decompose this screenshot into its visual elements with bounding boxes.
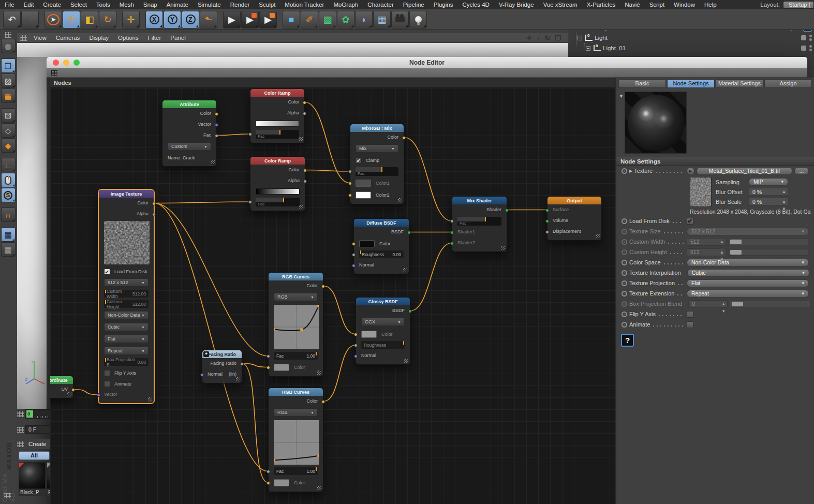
stepper-icon[interactable]: ▲▼ bbox=[720, 249, 724, 263]
menu-main-render[interactable]: Render bbox=[226, 0, 255, 9]
node-facingratio[interactable]: +Facing RatioFacing Ratio (lin)Normal bbox=[202, 350, 242, 383]
visibility-dot-editor[interactable] bbox=[809, 45, 812, 48]
pan-view-icon[interactable]: ✛ bbox=[526, 34, 532, 42]
last-tool-icon[interactable]: ✛ bbox=[122, 11, 140, 28]
port-out-bsdf[interactable] bbox=[408, 309, 412, 313]
blur-offset-field[interactable]: 0 %▲▼ bbox=[749, 188, 788, 196]
expand-icon[interactable] bbox=[578, 36, 582, 40]
menu-main-navi-[interactable]: Navié bbox=[620, 0, 644, 9]
mograph-icon[interactable]: ✿ bbox=[337, 11, 354, 28]
node-mixshader[interactable]: Mix ShaderShaderFacShader1Shader2 bbox=[452, 196, 507, 252]
visibility-dot-render[interactable] bbox=[809, 38, 812, 41]
drag-handle-icon[interactable] bbox=[17, 411, 24, 417]
checkbox-animate[interactable] bbox=[104, 381, 110, 387]
port-in-surface[interactable] bbox=[545, 209, 549, 212]
select-texture-extension[interactable]: Repeat▾ bbox=[687, 290, 809, 298]
material-preview-sphere[interactable] bbox=[628, 95, 685, 152]
workplane-mode-icon[interactable]: ▦ bbox=[1, 88, 16, 103]
gradient-bar[interactable] bbox=[256, 121, 299, 127]
drag-handle-icon[interactable] bbox=[20, 35, 27, 41]
simulation-icon[interactable]: S bbox=[1, 188, 16, 202]
port-in-shader1[interactable] bbox=[450, 231, 454, 234]
port-out-color[interactable] bbox=[303, 169, 307, 172]
node-header[interactable]: RGB Curves bbox=[269, 388, 323, 396]
animation-dot-icon[interactable] bbox=[621, 218, 627, 224]
enable-toggle[interactable] bbox=[801, 46, 806, 51]
axis-modification-icon[interactable]: ∟ bbox=[1, 158, 16, 172]
node-header[interactable]: Diffuse BSDF bbox=[354, 219, 409, 227]
node-header[interactable]: Mix Shader bbox=[452, 197, 507, 204]
menu-main-snap[interactable]: Snap bbox=[139, 0, 162, 9]
animation-dot-icon[interactable] bbox=[621, 229, 627, 234]
texture-filename-button[interactable]: Metal_Surface_Tiled_01_B.tif bbox=[697, 167, 792, 175]
render-picture-viewer-icon[interactable]: ▶ bbox=[241, 11, 259, 28]
menu-main-script[interactable]: Script bbox=[645, 0, 669, 9]
color-swatch[interactable] bbox=[274, 479, 289, 486]
select-color-space[interactable]: Non-Color Data▾ bbox=[687, 259, 809, 266]
slider-fac[interactable]: Fac1.00 bbox=[274, 352, 318, 360]
node-glossybsdf[interactable]: Glossy BSDFBSDFGGX▼ColorRoughnessNormal bbox=[356, 297, 410, 365]
create-menu[interactable]: Create bbox=[28, 441, 47, 447]
node-rgbcurves2[interactable]: RGB CurvesColorRGB▼Fac1.00Color bbox=[268, 388, 323, 492]
fac-slider-track[interactable]: Fac bbox=[256, 130, 299, 139]
drag-handle-icon[interactable] bbox=[4, 493, 11, 498]
subdivision-surface-icon[interactable]: ▩ bbox=[319, 11, 336, 28]
dropdown-cubic[interactable]: Cubic▼ bbox=[104, 323, 149, 331]
deformer-icon[interactable]: ◗ bbox=[355, 11, 373, 28]
port-out-alpha[interactable] bbox=[152, 213, 156, 216]
menu-viewport-view[interactable]: View bbox=[29, 33, 51, 42]
node-connection-wire[interactable] bbox=[404, 138, 452, 221]
port-out-color[interactable] bbox=[321, 400, 325, 404]
edges-mode-icon[interactable]: ◇ bbox=[1, 123, 16, 138]
undo-icon[interactable]: ↶ bbox=[3, 11, 21, 28]
node-editor-titlebar[interactable]: Node Editor bbox=[47, 57, 807, 68]
maximize-view-icon[interactable]: ❐ bbox=[555, 34, 561, 42]
port-in-shader2[interactable] bbox=[450, 242, 454, 245]
animation-dot-icon[interactable] bbox=[621, 168, 627, 174]
node-connection-wire[interactable] bbox=[323, 286, 356, 334]
animation-dot-icon[interactable] bbox=[621, 322, 627, 328]
node-header[interactable]: +Facing Ratio bbox=[202, 350, 242, 358]
port-in-color1[interactable] bbox=[348, 182, 352, 185]
node-header[interactable]: Color Ramp bbox=[250, 157, 305, 165]
dropdown-custom[interactable]: Custom▼ bbox=[168, 142, 211, 151]
layout-select[interactable]: Startup ( bbox=[783, 1, 814, 9]
current-frame-field[interactable]: 0 F bbox=[25, 425, 50, 434]
port-out-color[interactable] bbox=[402, 136, 406, 140]
color-swatch[interactable] bbox=[274, 364, 289, 371]
port-in-fac[interactable] bbox=[450, 219, 454, 223]
tab-assign[interactable]: Assign bbox=[764, 79, 812, 88]
color-swatch[interactable] bbox=[356, 191, 371, 199]
checkbox-clamp[interactable]: ✔ bbox=[356, 157, 362, 164]
port-in-fac[interactable] bbox=[248, 200, 252, 204]
menu-viewport-cameras[interactable]: Cameras bbox=[51, 33, 85, 42]
menu-main-file[interactable]: File bbox=[0, 0, 19, 9]
points-mode-icon[interactable]: ⚄ bbox=[1, 108, 16, 123]
fac-slider-track[interactable]: Fac bbox=[457, 217, 501, 226]
port-in-color2[interactable] bbox=[348, 194, 352, 197]
close-window-icon[interactable] bbox=[53, 60, 59, 66]
menu-main-window[interactable]: Window bbox=[669, 0, 700, 9]
tab-basic[interactable]: Basic bbox=[618, 79, 666, 88]
port-in-normal[interactable] bbox=[200, 373, 204, 377]
menu-main-create[interactable]: Create bbox=[38, 0, 66, 9]
node-header[interactable]: MixRGB : Mix bbox=[350, 124, 404, 132]
port-in-color[interactable] bbox=[267, 366, 270, 369]
stepper-icon[interactable]: ▲▼ bbox=[721, 301, 726, 315]
node-header[interactable]: Attribute bbox=[162, 100, 216, 108]
port-out-color[interactable] bbox=[303, 101, 306, 105]
checkbox-load-from-disk[interactable]: ✔ bbox=[687, 218, 693, 225]
menu-main-select[interactable]: Select bbox=[66, 0, 92, 9]
workplane-lock-icon[interactable]: ▦ bbox=[1, 227, 16, 242]
port-in-fac[interactable] bbox=[267, 354, 270, 358]
dropdown-non-color-data[interactable]: Non-Color Data▼ bbox=[104, 311, 149, 319]
x-axis-lock-icon[interactable]: X bbox=[145, 11, 163, 28]
menu-main-cycles-4d[interactable]: Cycles 4D bbox=[457, 0, 494, 9]
texture-browse-button[interactable]: ... bbox=[794, 167, 809, 175]
rotate-tool-icon[interactable]: ↻ bbox=[99, 11, 116, 28]
slider-custom-height[interactable]: Custom Height512.00 bbox=[104, 300, 149, 308]
dropdown-ggx[interactable]: GGX▼ bbox=[361, 318, 405, 326]
blur-scale-field[interactable]: 0 %▲▼ bbox=[749, 198, 788, 205]
node-texcoord[interactable]: Texture CoordinateUV bbox=[50, 376, 73, 398]
tab-node-settings[interactable]: Node Settings bbox=[667, 79, 715, 88]
